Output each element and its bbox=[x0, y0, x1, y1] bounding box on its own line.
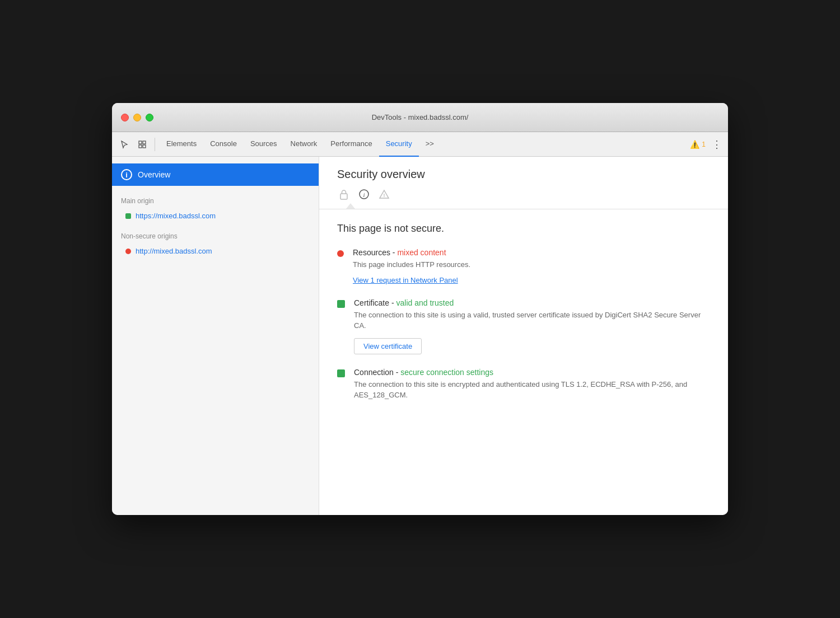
titlebar: DevTools - mixed.badssl.com/ bbox=[112, 103, 728, 132]
toolbar: Elements Console Sources Network Perform… bbox=[112, 132, 728, 157]
resources-title: Resources - mixed content bbox=[353, 248, 710, 257]
resources-indicator bbox=[337, 250, 344, 257]
tab-console[interactable]: Console bbox=[203, 132, 244, 157]
cursor-icon[interactable] bbox=[116, 137, 132, 152]
svg-rect-2 bbox=[139, 145, 142, 148]
sidebar-overview-label: Overview bbox=[138, 170, 170, 179]
svg-rect-3 bbox=[143, 145, 146, 148]
main-content: i Overview Main origin https://mixed.bad… bbox=[112, 157, 728, 515]
tab-security[interactable]: Security bbox=[379, 132, 419, 157]
warning-icon: ⚠️ bbox=[690, 140, 699, 149]
resources-description: This page includes HTTP resources. bbox=[353, 259, 710, 270]
warning-badge[interactable]: ⚠️ 1 bbox=[690, 140, 706, 149]
sidebar: i Overview Main origin https://mixed.bad… bbox=[112, 157, 319, 515]
connection-body: Connection - secure connection settings … bbox=[354, 368, 710, 405]
svg-rect-4 bbox=[340, 194, 347, 199]
svg-rect-0 bbox=[139, 141, 142, 144]
minimize-button[interactable] bbox=[133, 114, 141, 121]
toolbar-divider bbox=[155, 138, 155, 151]
tab-sources[interactable]: Sources bbox=[244, 132, 284, 157]
resources-status: mixed content bbox=[397, 248, 446, 257]
certificate-title: Certificate - valid and trusted bbox=[354, 298, 710, 307]
view-certificate-button[interactable]: View certificate bbox=[354, 338, 422, 354]
warning-triangle-icon: ! bbox=[377, 188, 391, 201]
network-panel-link[interactable]: View 1 request in Network Panel bbox=[353, 276, 458, 284]
resources-body: Resources - mixed content This page incl… bbox=[353, 248, 710, 285]
toolbar-right: ⚠️ 1 ⋮ bbox=[690, 138, 724, 151]
inspect-icon[interactable] bbox=[134, 137, 150, 152]
certificate-indicator bbox=[337, 300, 345, 308]
connection-indicator bbox=[337, 369, 345, 377]
certificate-item: Certificate - valid and trusted The conn… bbox=[337, 298, 710, 354]
svg-text:!: ! bbox=[384, 193, 385, 198]
security-icons-row: i ! bbox=[319, 181, 728, 201]
certificate-status: valid and trusted bbox=[396, 298, 454, 307]
non-secure-origin-item[interactable]: http://mixed.badssl.com bbox=[112, 244, 319, 259]
non-secure-origin-indicator bbox=[125, 249, 131, 254]
tab-network[interactable]: Network bbox=[284, 132, 324, 157]
svg-rect-1 bbox=[143, 141, 146, 144]
devtools-window: DevTools - mixed.badssl.com/ Elements Co… bbox=[112, 103, 728, 515]
security-overview-title: Security overview bbox=[319, 157, 728, 181]
maximize-button[interactable] bbox=[146, 114, 153, 121]
main-origin-item[interactable]: https://mixed.badssl.com bbox=[112, 208, 319, 223]
connection-description: The connection to this site is encrypted… bbox=[354, 379, 710, 401]
resources-item: Resources - mixed content This page incl… bbox=[337, 248, 710, 285]
non-secure-section-label: Non-secure origins bbox=[112, 223, 319, 244]
certificate-body: Certificate - valid and trusted The conn… bbox=[354, 298, 710, 354]
page-status: This page is not secure. bbox=[337, 223, 710, 235]
more-menu-button[interactable]: ⋮ bbox=[710, 138, 724, 151]
security-body: This page is not secure. Resources - mix… bbox=[319, 209, 728, 432]
connection-item: Connection - secure connection settings … bbox=[337, 368, 710, 405]
window-title: DevTools - mixed.badssl.com/ bbox=[372, 113, 469, 121]
main-origin-link[interactable]: https://mixed.badssl.com bbox=[136, 212, 216, 220]
non-secure-origin-link[interactable]: http://mixed.badssl.com bbox=[136, 247, 212, 255]
overview-info-icon: i bbox=[121, 169, 132, 180]
info-circle-icon: i bbox=[357, 188, 371, 201]
tab-elements[interactable]: Elements bbox=[160, 132, 203, 157]
connection-status: secure connection settings bbox=[400, 368, 493, 377]
tab-more[interactable]: >> bbox=[419, 132, 441, 157]
tab-list: Elements Console Sources Network Perform… bbox=[160, 132, 688, 157]
sidebar-overview-item[interactable]: i Overview bbox=[112, 163, 319, 186]
close-button[interactable] bbox=[121, 114, 129, 121]
content-panel: Security overview i bbox=[319, 157, 728, 515]
certificate-description: The connection to this site is using a v… bbox=[354, 310, 710, 331]
indicator-arrow bbox=[319, 201, 728, 209]
main-origin-indicator bbox=[125, 213, 131, 219]
lock-icon bbox=[337, 188, 351, 201]
connection-title: Connection - secure connection settings bbox=[354, 368, 710, 377]
main-origin-section-label: Main origin bbox=[112, 188, 319, 208]
svg-text:i: i bbox=[363, 191, 365, 198]
traffic-lights bbox=[121, 114, 153, 121]
tab-performance[interactable]: Performance bbox=[324, 132, 379, 157]
